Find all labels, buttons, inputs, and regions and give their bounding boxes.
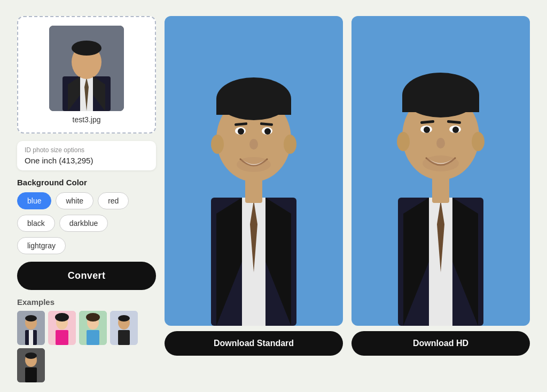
size-options-label: ID photo size options xyxy=(25,146,149,154)
example-thumb-4[interactable] xyxy=(110,311,138,345)
bg-color-section: Background Color blue white red black da… xyxy=(17,178,156,254)
svg-point-67 xyxy=(436,138,445,148)
svg-rect-27 xyxy=(25,367,37,382)
svg-rect-19 xyxy=(87,330,99,345)
svg-rect-38 xyxy=(216,99,291,115)
color-btn-white[interactable]: white xyxy=(56,192,93,209)
color-btn-darkblue[interactable]: darkblue xyxy=(59,215,108,232)
filename-label: test3.jpg xyxy=(73,115,101,124)
size-options-value: One inch (413,295) xyxy=(25,156,149,165)
color-btn-black[interactable]: black xyxy=(17,215,55,232)
svg-point-43 xyxy=(238,128,244,135)
standard-result-panel: Download Standard xyxy=(165,16,343,382)
color-buttons-row-2: black darkblue xyxy=(17,215,156,232)
svg-point-5 xyxy=(72,41,101,56)
svg-point-47 xyxy=(249,139,258,150)
svg-point-24 xyxy=(118,315,130,322)
left-panel: test3.jpg ID photo size options One inch… xyxy=(17,16,156,382)
main-container: test3.jpg ID photo size options One inch… xyxy=(12,11,535,388)
size-options-section[interactable]: ID photo size options One inch (413,295) xyxy=(17,141,156,170)
examples-section: Examples xyxy=(17,297,156,382)
svg-rect-23 xyxy=(118,330,130,345)
color-buttons-row-1: blue white red xyxy=(17,192,156,209)
color-btn-blue[interactable]: blue xyxy=(17,192,51,209)
hd-result-image xyxy=(351,16,530,326)
svg-point-63 xyxy=(424,127,430,133)
download-standard-button[interactable]: Download Standard xyxy=(165,331,343,356)
hd-result-panel: Download HD xyxy=(351,16,530,382)
examples-title: Examples xyxy=(17,297,156,307)
svg-point-68 xyxy=(423,155,459,171)
right-panels: Download Standard xyxy=(165,16,530,382)
svg-point-20 xyxy=(86,313,100,322)
svg-rect-58 xyxy=(402,95,479,112)
svg-point-44 xyxy=(264,128,271,135)
svg-rect-11 xyxy=(29,330,33,345)
svg-point-59 xyxy=(397,132,410,151)
svg-point-60 xyxy=(472,132,485,151)
download-hd-button[interactable]: Download HD xyxy=(351,331,530,356)
svg-point-39 xyxy=(211,135,224,154)
color-btn-red[interactable]: red xyxy=(98,192,129,209)
standard-result-image xyxy=(165,16,343,326)
svg-rect-55 xyxy=(432,176,449,203)
example-thumb-1[interactable] xyxy=(17,311,45,345)
svg-point-12 xyxy=(25,315,37,322)
svg-point-48 xyxy=(237,157,271,172)
svg-rect-15 xyxy=(56,330,68,345)
examples-row xyxy=(17,311,156,382)
svg-point-40 xyxy=(284,135,296,154)
upload-area[interactable]: test3.jpg xyxy=(17,16,156,134)
color-buttons-row-3: lightgray xyxy=(17,237,156,254)
svg-point-16 xyxy=(55,313,69,322)
example-thumb-3[interactable] xyxy=(79,311,107,345)
example-thumb-2[interactable] xyxy=(48,311,76,345)
svg-point-28 xyxy=(25,352,37,359)
convert-button[interactable]: Convert xyxy=(17,262,156,290)
color-btn-lightgray[interactable]: lightgray xyxy=(17,237,66,254)
example-thumb-5[interactable] xyxy=(17,348,45,382)
svg-point-64 xyxy=(452,127,459,133)
uploaded-image xyxy=(49,26,124,111)
bg-color-title: Background Color xyxy=(17,178,156,187)
